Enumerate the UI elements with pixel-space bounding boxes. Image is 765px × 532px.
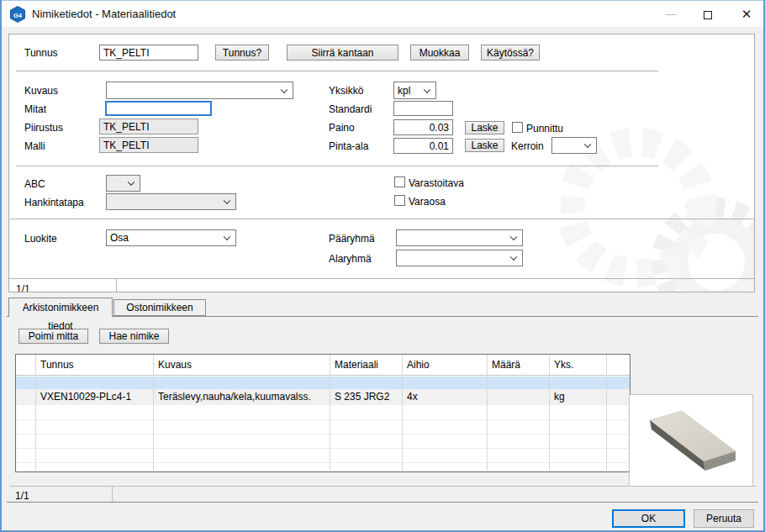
cancel-button[interactable]: Peruuta	[694, 509, 754, 528]
alaryhma-label: Alaryhmä	[329, 253, 372, 265]
dialog-window: G4 Nimiketiedot - Materiaalitiedot — ✕ T…	[0, 0, 765, 532]
paaryhma-combobox[interactable]	[396, 229, 523, 246]
column-header-kuvaus[interactable]: Kuvaus	[158, 359, 192, 371]
table-header-row	[16, 355, 630, 376]
form-record-counter: 1/1	[16, 283, 30, 292]
laske-paino-button[interactable]: Laske	[465, 121, 504, 134]
maximize-icon[interactable]	[689, 1, 726, 27]
kuvaus-combobox[interactable]	[106, 82, 293, 99]
divider	[116, 278, 117, 292]
laske-pinta-ala-button[interactable]: Laske	[465, 139, 504, 152]
chevron-down-icon	[224, 233, 230, 240]
piirustus-field	[99, 119, 198, 134]
grid-line	[330, 355, 330, 471]
window-title: Nimiketiedot - Materiaalitiedot	[32, 8, 176, 20]
mitat-input[interactable]	[105, 101, 212, 116]
malli-label: Malli	[24, 140, 45, 152]
kerroin-label: Kerroin	[511, 140, 544, 152]
yksikko-combobox[interactable]: kpl	[393, 82, 436, 99]
yksikko-value: kpl	[398, 85, 410, 97]
grid-line	[16, 448, 630, 449]
muokkaa-button[interactable]: Muokkaa	[410, 45, 469, 61]
divider	[16, 166, 658, 166]
varaosa-label: Varaosa	[409, 196, 446, 208]
divider	[10, 219, 755, 219]
luokite-combobox[interactable]: Osa	[106, 229, 236, 246]
paino-label: Paino	[329, 122, 355, 134]
title-bar: G4 Nimiketiedot - Materiaalitiedot — ✕	[0, 0, 765, 27]
abc-combobox[interactable]	[106, 175, 140, 192]
hankintatapa-label: Hankintatapa	[24, 197, 84, 208]
luokite-value: Osa	[110, 232, 129, 244]
kerroin-combobox[interactable]	[551, 137, 597, 154]
varastoitava-checkbox[interactable]	[394, 176, 405, 187]
cell-kuvaus: Teräslevy,nauha/kela,kuumavalss.	[158, 389, 311, 405]
varastoitava-label: Varastoitava	[409, 177, 464, 189]
chevron-down-icon	[510, 253, 517, 260]
tunnus-label: Tunnus	[24, 47, 58, 59]
hae-nimike-button[interactable]: Hae nimike	[99, 329, 169, 344]
cell-tunnus: VXEN10029-PLc4-1	[40, 389, 131, 405]
column-header-maara[interactable]: Määrä	[492, 359, 520, 371]
minimize-icon[interactable]: —	[652, 1, 689, 27]
chevron-down-icon	[510, 233, 517, 240]
standardi-label: Standardi	[329, 103, 372, 115]
tunnus-question-button[interactable]: Tunnus?	[215, 45, 269, 61]
alaryhma-combobox[interactable]	[396, 250, 523, 266]
grid-line	[35, 355, 36, 471]
piirustus-label: Piirustus	[24, 122, 63, 134]
grid-line	[487, 355, 488, 471]
column-header-tunnus[interactable]: Tunnus	[40, 359, 74, 371]
paaryhma-label: Pääryhmä	[329, 233, 375, 245]
divider	[112, 486, 113, 502]
table-selected-row[interactable]	[16, 377, 630, 389]
divider	[10, 486, 757, 487]
table-row[interactable]: VXEN10029-PLc4-1 Teräslevy,nauha/kela,ku…	[16, 389, 630, 405]
chevron-down-icon	[281, 86, 288, 92]
tab-arkistonimikkeen-tiedot[interactable]: Arkistonimikkeen tiedot	[8, 298, 113, 317]
grid-line	[16, 462, 630, 463]
siirra-kantaan-button[interactable]: Siirrä kantaan	[287, 45, 398, 61]
window-border-left	[0, 0, 2, 532]
tab-ostonimikkeen-tiedot[interactable]: Ostonimikkeen tiedot	[113, 299, 206, 316]
grid-line	[402, 355, 403, 471]
kuvaus-label: Kuvaus	[24, 85, 58, 97]
malli-field	[99, 137, 198, 153]
archive-tab-panel: Poimi mitta Hae nimike Tunnus Kuvaus Mat…	[7, 316, 758, 502]
abc-label: ABC	[24, 178, 45, 190]
cell-materiaali: S 235 JRG2	[335, 389, 389, 405]
grid-line	[16, 419, 630, 420]
chevron-down-icon	[584, 140, 591, 147]
panel-bottom-border	[7, 502, 758, 503]
punnittu-checkbox[interactable]	[512, 122, 523, 133]
hankintatapa-combobox[interactable]	[106, 193, 236, 210]
mitat-label: Mitat	[24, 103, 46, 115]
tunnus-input[interactable]	[99, 45, 198, 61]
column-header-aihio[interactable]: Aihio	[407, 359, 430, 371]
luokite-label: Luokite	[24, 233, 57, 245]
svg-text:G4: G4	[13, 12, 23, 19]
paino-input[interactable]	[393, 119, 453, 135]
g4-logo-icon: G4	[9, 6, 26, 23]
chevron-down-icon	[424, 86, 430, 92]
grid-line	[16, 434, 630, 435]
grid-line	[549, 355, 550, 471]
grid-line	[606, 355, 607, 471]
close-icon[interactable]: ✕	[728, 1, 765, 27]
table-record-counter: 1/1	[15, 490, 29, 502]
yksikko-label: Yksikkö	[329, 85, 363, 97]
ok-button[interactable]: OK	[612, 509, 685, 528]
material-table: Tunnus Kuvaus Materiaali Aihio Määrä Yks…	[15, 354, 630, 472]
column-header-yks[interactable]: Yks.	[554, 359, 573, 371]
standardi-input[interactable]	[393, 101, 453, 116]
pinta-ala-input[interactable]	[393, 138, 453, 154]
punnittu-label: Punnittu	[526, 123, 563, 134]
column-header-materiaali[interactable]: Materiaali	[335, 359, 378, 371]
cell-aihio: 4x	[407, 389, 418, 405]
divider	[16, 71, 658, 71]
metal-bar-3d-icon	[630, 395, 752, 486]
divider	[9, 278, 755, 279]
varaosa-checkbox[interactable]	[394, 195, 405, 206]
grid-line	[153, 355, 154, 471]
kaytossa-button[interactable]: Käytössä?	[481, 45, 540, 61]
